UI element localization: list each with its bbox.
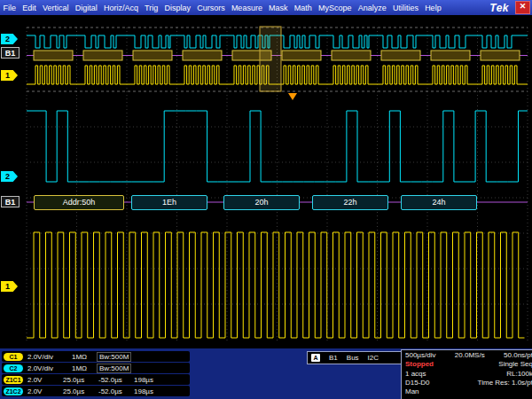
z1c2-position: -52.0µs [98, 387, 134, 395]
ch1-trace-scl [27, 232, 525, 338]
zoom1-ch2-readout-row: Z1C2 2.0V 25.0µs -52.0µs 198µs [2, 386, 190, 396]
bus-decode-box: 22h [312, 195, 388, 210]
zoom-window-band[interactable] [260, 27, 281, 91]
waveform-display: 2 B1 1 2 B1 1 Addr:50h 1Eh 20h 22h 24h [0, 15, 532, 348]
menu-item-measure[interactable]: Measure [228, 4, 265, 12]
overview-decode-block [34, 51, 73, 60]
zoom1-ch2-badge: Z1C2 [4, 387, 23, 395]
menu-item-math[interactable]: Math [291, 4, 315, 12]
trigger-mode: Man [405, 387, 419, 396]
menu-item-help[interactable]: Help [422, 4, 445, 12]
overview-decode-block [332, 51, 371, 60]
status-bar: C1 2.0V/div 1MΩ Bw:500M C2 2.0V/div 1MΩ … [0, 348, 532, 399]
overview-decode-block [83, 51, 122, 60]
menu-item-mask[interactable]: Mask [265, 4, 291, 12]
z1c2-span: 198µs [134, 387, 169, 395]
bus-name: B1 [329, 354, 338, 362]
menu-item-digital[interactable]: Digital [72, 4, 100, 12]
overview-decode-block [381, 51, 420, 60]
trigger-position-icon[interactable] [288, 93, 297, 100]
channel-readouts: C1 2.0V/div 1MΩ Bw:500M C2 2.0V/div 1MΩ … [2, 351, 190, 397]
acq-count: 1 acqs [405, 370, 426, 379]
ch2-readout-row: C2 2.0V/div 1MΩ Bw:500M [2, 363, 190, 373]
menu-item-edit[interactable]: Edit [20, 4, 40, 12]
horizontal-acq-readout: 500µs/div 20.0MS/s 50.0ns/pt Stopped Sin… [401, 349, 532, 399]
horiz-scale: 500µs/div [405, 351, 435, 360]
ch1-badge: C1 [4, 353, 23, 361]
bus-b1-overview-marker[interactable]: B1 [1, 47, 20, 59]
bus-b1-marker[interactable]: B1 [1, 196, 20, 207]
bus-kind: Bus [347, 354, 359, 362]
z1c1-timebase: 25.0µs [63, 376, 98, 384]
z1c2-scale: 2.0V [27, 387, 63, 395]
bus-protocol: I2C [368, 354, 379, 362]
menu-item-file[interactable]: File [0, 4, 20, 12]
zoom1-ch1-badge: Z1C1 [4, 376, 23, 384]
ch2-bandwidth: Bw:500M [97, 364, 131, 373]
close-icon[interactable]: ✕ [515, 1, 530, 14]
sample-rate: 20.0MS/s [455, 351, 485, 360]
waveform-svg [0, 15, 532, 348]
zoom1-ch1-readout-row: Z1C1 2.0V 25.0µs -52.0µs 198µs [2, 374, 190, 385]
bus-decode-box: 24h [401, 195, 477, 210]
menu-bar: File Edit Vertical Digital Horiz/Acq Tri… [0, 0, 532, 15]
menu-item-analyze[interactable]: Analyze [355, 4, 389, 12]
menu-item-cursors[interactable]: Cursors [194, 4, 229, 12]
z1c2-timebase: 25.0µs [63, 387, 98, 395]
digital-channels: D15-D0 [405, 379, 430, 387]
menu-item-myscope[interactable]: MyScope [315, 4, 355, 12]
menu-item-trig[interactable]: Trig [142, 4, 161, 12]
time-resolution: Time Res: 1.0s/pt [478, 379, 532, 387]
ch1-readout-row: C1 2.0V/div 1MΩ Bw:500M [2, 351, 190, 362]
menu-item-display[interactable]: Display [161, 4, 194, 12]
ch2-impedance: 1MΩ [72, 364, 97, 372]
record-length: RL:100k [506, 370, 532, 379]
ch2-trace-sda [27, 111, 528, 182]
acq-state: Stopped [405, 360, 434, 369]
z1c1-span: 198µs [134, 376, 169, 384]
bus-decode-box: 20h [223, 195, 300, 210]
bus-decode-box: 1Eh [131, 195, 207, 210]
ch1-impedance: 1MΩ [72, 353, 97, 361]
menu-item-vertical[interactable]: Vertical [39, 4, 72, 12]
trigger-a-icon: A [311, 354, 320, 362]
ch1-bandwidth: Bw:500M [97, 352, 131, 362]
ch1-scale: 2.0V/div [27, 353, 72, 361]
overview-decode-block [431, 51, 470, 60]
menu-item-horiz-acq[interactable]: Horiz/Acq [100, 4, 141, 12]
ch2-badge: C2 [4, 364, 23, 372]
ch2-scale: 2.0V/div [27, 364, 72, 372]
bus-decode-box-address: Addr:50h [34, 195, 124, 210]
acq-mode: Single Seq [498, 360, 532, 369]
overview-decode-block [282, 51, 321, 60]
overview-decode-block [481, 51, 520, 60]
z1c1-position: -52.0µs [98, 376, 134, 384]
tek-logo: Tek [489, 2, 509, 14]
overview-decode-block [133, 51, 172, 60]
overview-decode-block [183, 51, 222, 60]
sample-resolution: 50.0ns/pt [504, 351, 532, 360]
z1c1-scale: 2.0V [27, 376, 63, 384]
oscilloscope-screen: File Edit Vertical Digital Horiz/Acq Tri… [0, 0, 532, 399]
menu-item-utilities[interactable]: Utilities [389, 4, 421, 12]
